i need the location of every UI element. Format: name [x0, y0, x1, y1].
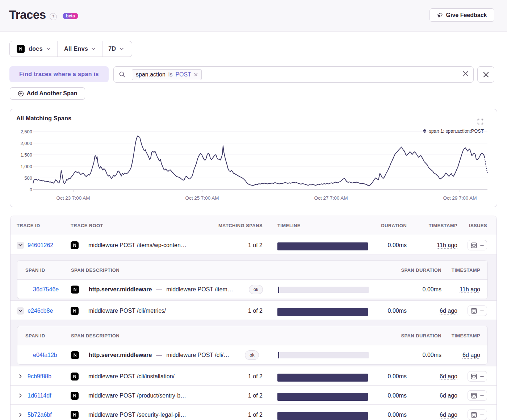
- svg-text:2,500: 2,500: [20, 129, 32, 134]
- svg-text:Oct 25 7:00 AM: Oct 25 7:00 AM: [185, 195, 219, 201]
- svg-text:1,000: 1,000: [20, 164, 32, 169]
- svg-text:2,000: 2,000: [20, 141, 32, 146]
- svg-text:500: 500: [24, 175, 32, 181]
- svg-text:1,500: 1,500: [20, 152, 32, 158]
- svg-text:Oct 29 7:00 AM: Oct 29 7:00 AM: [443, 195, 477, 201]
- svg-text:Oct 23 7:00 AM: Oct 23 7:00 AM: [56, 195, 90, 201]
- svg-text:Oct 27 7:00 AM: Oct 27 7:00 AM: [314, 195, 348, 201]
- svg-text:0: 0: [30, 187, 32, 192]
